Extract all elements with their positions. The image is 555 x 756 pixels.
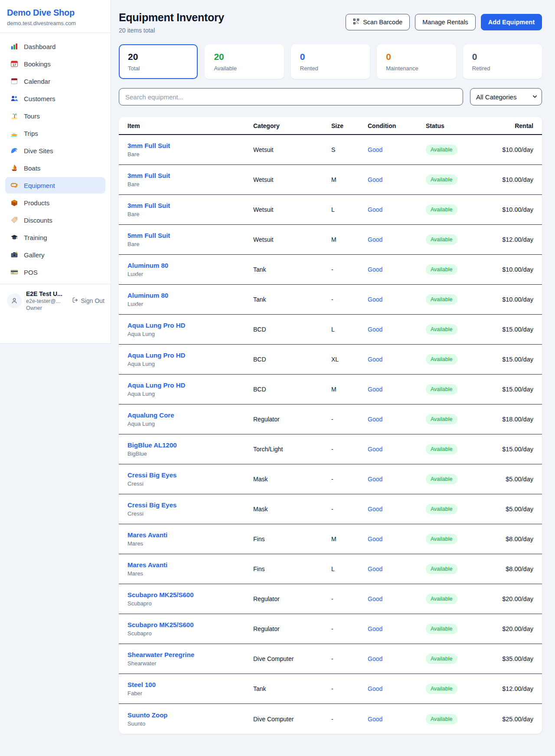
stat-label: Total [128, 65, 189, 72]
table-row: Cressi Big EyesCressiMask-GoodAvailable$… [119, 494, 542, 524]
condition-link[interactable]: Good [368, 595, 426, 602]
item-name-link[interactable]: Mares Avanti [127, 561, 253, 569]
brand-title[interactable]: Demo Dive Shop [7, 8, 104, 18]
brand-block: Demo Dive Shop demo.test.divestreams.com [0, 0, 111, 33]
condition-link[interactable]: Good [368, 386, 426, 393]
barcode-scan-icon [353, 18, 359, 26]
scan-barcode-button[interactable]: Scan Barcode [346, 14, 410, 30]
rental-cell: $20.00/day [502, 595, 533, 602]
item-name-link[interactable]: Mares Avanti [127, 531, 253, 539]
sidebar-item-calendar[interactable]: Calendar [5, 73, 105, 89]
column-header-condition: Condition [368, 122, 426, 129]
condition-link[interactable]: Good [368, 565, 426, 572]
item-brand: Suunto [127, 720, 253, 727]
item-name-link[interactable]: Aluminum 80 [127, 262, 253, 269]
condition-link[interactable]: Good [368, 206, 426, 213]
item-name-link[interactable]: 3mm Full Suit [127, 202, 253, 209]
item-name-link[interactable]: Scubapro MK25/S600 [127, 591, 253, 598]
column-header-category: Category [253, 122, 331, 129]
stat-card-retired[interactable]: 0Retired [463, 44, 542, 79]
camera-icon [10, 251, 18, 259]
item-name-link[interactable]: 5mm Full Suit [127, 232, 253, 239]
condition-link[interactable]: Good [368, 326, 426, 333]
table-row: 3mm Full SuitBareWetsuitMGoodAvailable$1… [119, 165, 542, 195]
search-input[interactable] [119, 88, 463, 105]
item-name-link[interactable]: Cressi Big Eyes [127, 501, 253, 509]
condition-link[interactable]: Good [368, 236, 426, 243]
rental-cell: $35.00/day [502, 655, 533, 662]
sidebar-item-label: Training [24, 234, 47, 241]
stat-card-total[interactable]: 20Total [119, 44, 198, 79]
sidebar-item-equipment[interactable]: Equipment [5, 177, 105, 194]
item-brand: Cressi [127, 510, 253, 517]
item-name-link[interactable]: 3mm Full Suit [127, 142, 253, 149]
condition-link[interactable]: Good [368, 685, 426, 692]
add-equipment-button[interactable]: Add Equipment [481, 14, 542, 30]
condition-link[interactable]: Good [368, 146, 426, 153]
item-brand: Scubapro [127, 630, 253, 637]
condition-link[interactable]: Good [368, 476, 426, 483]
item-name-link[interactable]: Aqua Lung Pro HD [127, 381, 253, 389]
sidebar-item-tours[interactable]: Tours [5, 108, 105, 124]
sidebar-item-pos[interactable]: POS [5, 264, 105, 280]
condition-link[interactable]: Good [368, 655, 426, 662]
condition-link[interactable]: Good [368, 266, 426, 273]
stat-card-maintenance[interactable]: 0Maintenance [377, 44, 456, 79]
rental-cell: $5.00/day [506, 476, 533, 483]
sidebar-nav: Dashboard17BookingsCalendarCustomersTour… [0, 33, 111, 284]
item-name-link[interactable]: Aqua Lung Pro HD [127, 322, 253, 329]
sidebar-item-label: Boats [24, 164, 40, 172]
condition-link[interactable]: Good [368, 176, 426, 183]
category-select[interactable]: All Categories [470, 88, 542, 105]
condition-link[interactable]: Good [368, 446, 426, 453]
sidebar-item-dashboard[interactable]: Dashboard [5, 38, 105, 55]
condition-link[interactable]: Good [368, 506, 426, 513]
sidebar-item-products[interactable]: Products [5, 194, 105, 211]
item-name-link[interactable]: Suunto Zoop [127, 711, 253, 719]
sidebar-item-customers[interactable]: Customers [5, 90, 105, 107]
sidebar-item-dive-sites[interactable]: Dive Sites [5, 142, 105, 159]
item-name-link[interactable]: Steel 100 [127, 681, 253, 688]
sidebar-item-bookings[interactable]: 17Bookings [5, 56, 105, 72]
item-name-link[interactable]: BigBlue AL1200 [127, 441, 253, 449]
stat-card-available[interactable]: 20Available [205, 44, 284, 79]
item-name-link[interactable]: Scubapro MK25/S600 [127, 621, 253, 628]
manage-rentals-button[interactable]: Manage Rentals [415, 14, 476, 30]
item-name-link[interactable]: Aqua Lung Pro HD [127, 352, 253, 359]
condition-link[interactable]: Good [368, 296, 426, 303]
condition-link[interactable]: Good [368, 716, 426, 723]
status-cell: Available [426, 624, 494, 634]
table-row: 5mm Full SuitBareWetsuitMGoodAvailable$1… [119, 225, 542, 255]
item-cell: Aluminum 80Luxfer [127, 262, 253, 277]
sidebar-item-trips[interactable]: Trips [5, 125, 105, 141]
size-cell: - [331, 296, 368, 303]
sidebar-item-boats[interactable]: Boats [5, 160, 105, 176]
sidebar-item-discounts[interactable]: Discounts [5, 212, 105, 228]
rental-cell: $12.00/day [502, 236, 533, 243]
item-cell: Cressi Big EyesCressi [127, 471, 253, 487]
condition-link[interactable]: Good [368, 536, 426, 542]
item-name-link[interactable]: Shearwater Peregrine [127, 651, 253, 658]
item-name-link[interactable]: 3mm Full Suit [127, 172, 253, 179]
condition-link[interactable]: Good [368, 356, 426, 363]
status-badge: Available [426, 684, 457, 694]
sidebar-item-gallery[interactable]: Gallery [5, 247, 105, 263]
item-name-link[interactable]: Cressi Big Eyes [127, 471, 253, 479]
sign-out-button[interactable]: Sign Out [72, 297, 104, 305]
speedboat-icon [10, 129, 18, 137]
sidebar-item-training[interactable]: Training [5, 229, 105, 246]
condition-link[interactable]: Good [368, 416, 426, 423]
status-badge: Available [426, 174, 457, 185]
item-name-link[interactable]: Aqualung Core [127, 411, 253, 419]
item-brand: Faber [127, 690, 253, 697]
rental-cell: $25.00/day [502, 716, 533, 723]
header-actions: Scan Barcode Manage Rentals Add Equipmen… [346, 14, 542, 30]
brand-domain: demo.test.divestreams.com [7, 20, 104, 26]
item-cell: Aqua Lung Pro HDAqua Lung [127, 381, 253, 397]
rental-cell: $15.00/day [502, 326, 533, 333]
rental-cell: $10.00/day [502, 176, 533, 183]
condition-link[interactable]: Good [368, 625, 426, 632]
stat-card-rented[interactable]: 0Rented [291, 44, 370, 79]
size-cell: - [331, 266, 368, 273]
item-name-link[interactable]: Aluminum 80 [127, 292, 253, 299]
